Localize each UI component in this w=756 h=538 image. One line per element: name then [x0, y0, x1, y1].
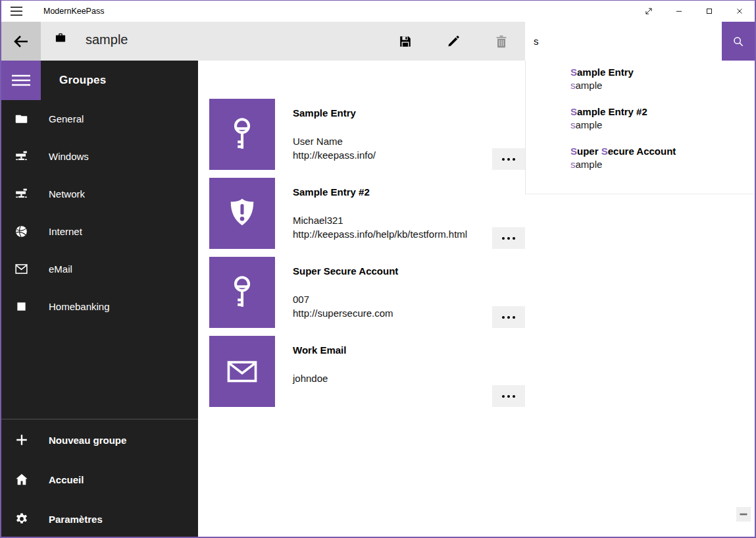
gear-icon	[14, 512, 29, 526]
entry-more-button[interactable]	[492, 306, 525, 328]
suggestion-subtitle: sample	[570, 119, 755, 132]
database-briefcase-icon	[54, 32, 67, 44]
delete-button[interactable]	[477, 22, 525, 61]
pencil-icon	[446, 34, 461, 49]
search-suggestions: Sample Entry sample Sample Entry #2 samp…	[525, 61, 755, 194]
entry-row-super-secure-account[interactable]: Super Secure Account 007http://supersecu…	[209, 257, 565, 328]
trash-icon	[494, 34, 509, 49]
close-icon	[735, 7, 744, 16]
sidebar-item-label: Windows	[49, 151, 89, 162]
sidebar-header: Groupes	[59, 61, 106, 100]
mail-icon	[14, 262, 28, 276]
searchbox	[525, 22, 755, 61]
sidebar-item-network[interactable]: Network	[1, 175, 198, 213]
sidebar-item-label: General	[49, 113, 84, 124]
nav-hamburger-button[interactable]	[1, 61, 41, 100]
entry-row-sample-entry-2[interactable]: Sample Entry #2 Michael321http://keepass…	[209, 178, 565, 249]
sidebar-item-homebanking[interactable]: Homebanking	[1, 288, 198, 325]
titlebar: ModernKeePass	[1, 1, 755, 22]
sidebar-item-email[interactable]: eMail	[1, 250, 198, 288]
sidebar-footer: Nouveau groupe Accueil Paramètres	[1, 420, 198, 538]
sidebar-item-label: eMail	[49, 263, 72, 275]
query-highlight: S	[601, 146, 608, 157]
suggestion-subtitle: sample	[570, 158, 755, 171]
entry-row-work-email[interactable]: Work Email johndoe	[209, 336, 565, 407]
sidebar-item-nouveau-groupe[interactable]: Nouveau groupe	[1, 420, 198, 460]
database-name: sample	[86, 32, 128, 47]
edit-button[interactable]	[429, 22, 477, 61]
network-icon	[14, 187, 28, 201]
entry-title: Work Email	[293, 344, 346, 356]
hamburger-icon	[10, 5, 23, 17]
sidebar-item-param-tres[interactable]: Paramètres	[1, 499, 198, 538]
envelope-icon	[223, 352, 261, 390]
sidebar-item-internet[interactable]: Internet	[1, 213, 198, 250]
more-dots-icon	[501, 157, 517, 162]
maximize-button[interactable]	[694, 1, 724, 22]
square-icon	[14, 300, 28, 313]
search-suggestion-sample-entry-2[interactable]: Sample Entry #2 sample	[526, 105, 755, 132]
search-button[interactable]	[722, 22, 755, 61]
sidebar-item-label: Paramètres	[49, 514, 103, 525]
suggestion-subtitle: sample	[570, 79, 755, 92]
search-icon	[732, 36, 744, 47]
suggestion-title: Sample Entry #2	[570, 105, 755, 119]
entry-tile[interactable]	[209, 178, 275, 249]
query-highlight: S	[570, 67, 577, 78]
globe-icon	[14, 225, 28, 238]
entry-row-sample-entry[interactable]: Sample Entry User Namehttp://keepass.inf…	[209, 99, 565, 170]
entry-more-button[interactable]	[492, 227, 525, 249]
suggestion-title: Sample Entry	[570, 66, 755, 79]
app-window: ModernKeePass sample	[0, 0, 756, 538]
close-button[interactable]	[724, 1, 755, 22]
entry-details: 007http://supersecure.com	[293, 292, 393, 320]
plus-icon	[14, 433, 29, 447]
home-icon	[14, 472, 29, 487]
entry-tile[interactable]	[209, 257, 275, 328]
minus-icon	[738, 509, 749, 520]
query-highlight: s	[570, 119, 576, 130]
more-dots-icon	[501, 394, 517, 399]
scroll-indicator-button[interactable]	[736, 507, 751, 522]
search-suggestion-super-secure-account[interactable]: Super Secure Account sample	[526, 145, 755, 171]
entry-more-button[interactable]	[492, 148, 525, 170]
entry-more-button[interactable]	[492, 385, 525, 407]
save-button[interactable]	[381, 22, 429, 61]
network-icon	[14, 149, 28, 163]
sidebar-item-label: Network	[49, 188, 85, 200]
sidebar-item-label: Accueil	[49, 474, 84, 485]
sidebar-item-label: Internet	[49, 226, 82, 237]
sidebar-item-general[interactable]: General	[1, 100, 198, 138]
query-highlight: S	[570, 106, 577, 117]
key-icon	[223, 115, 261, 153]
query-highlight: S	[570, 146, 577, 157]
sidebar-item-accueil[interactable]: Accueil	[1, 460, 198, 499]
save-icon	[398, 34, 413, 49]
sidebar-item-label: Homebanking	[49, 301, 110, 312]
query-highlight: s	[570, 80, 576, 91]
window-controls	[634, 1, 755, 22]
back-button[interactable]	[1, 22, 41, 61]
appbar-actions	[381, 22, 525, 61]
entry-tile[interactable]	[209, 336, 275, 407]
query-highlight: s	[570, 159, 576, 170]
entry-details: Michael321http://keepass.info/help/kb/te…	[293, 213, 467, 241]
shield-warning-icon	[223, 194, 261, 232]
sidebar-item-windows[interactable]: Windows	[1, 138, 198, 175]
search-input[interactable]	[525, 22, 722, 61]
entry-title: Super Secure Account	[293, 265, 398, 277]
suggestion-title: Super Secure Account	[570, 145, 755, 158]
maximize-icon	[705, 7, 714, 16]
more-dots-icon	[501, 315, 517, 320]
fullscreen-icon	[644, 7, 653, 16]
search-suggestion-sample-entry[interactable]: Sample Entry sample	[526, 66, 755, 92]
hamburger-icon	[11, 72, 31, 88]
key-icon	[223, 273, 261, 311]
minimize-button[interactable]	[664, 1, 694, 22]
entry-title: Sample Entry #2	[293, 186, 370, 198]
sidebar-item-label: Nouveau groupe	[49, 435, 126, 446]
entry-tile[interactable]	[209, 99, 275, 170]
fullscreen-button[interactable]	[634, 1, 664, 22]
entry-details: johndoe	[293, 371, 328, 385]
entry-title: Sample Entry	[293, 107, 356, 119]
